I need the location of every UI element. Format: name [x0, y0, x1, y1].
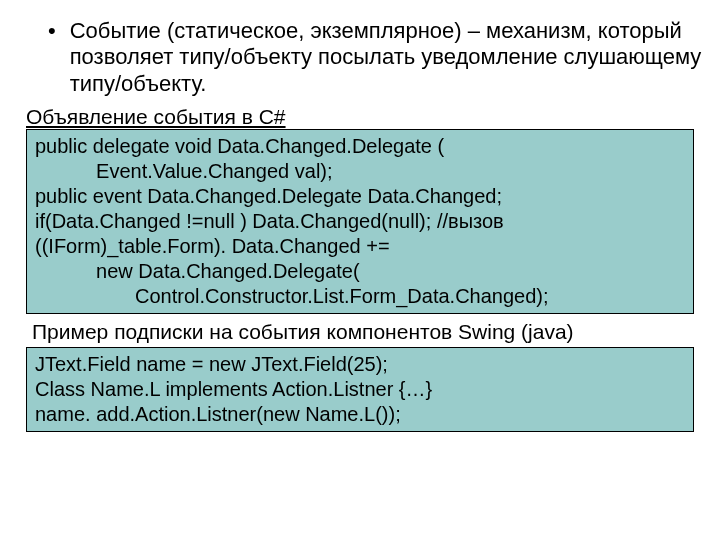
- swing-label: Пример подписки на события компонентов S…: [32, 320, 702, 344]
- code-line: name. add.Action.Listner(new Name.L());: [35, 402, 685, 427]
- bullet-text: Событие (статическое, экземплярное) – ме…: [70, 18, 702, 97]
- code-line: Class Name.L implements Action.Listner {…: [35, 377, 685, 402]
- code-line: public delegate void Data.Changed.Delega…: [35, 134, 685, 159]
- code-line: new Data.Changed.Delegate(: [35, 259, 685, 284]
- bullet-marker: •: [48, 18, 56, 44]
- code-line: if(Data.Changed !=null ) Data.Changed(nu…: [35, 209, 685, 234]
- code-line: Control.Constructor.List.Form_Data.Chang…: [35, 284, 685, 309]
- csharp-label: Объявление события в C#: [26, 105, 702, 129]
- slide: • Событие (статическое, экземплярное) – …: [0, 0, 720, 540]
- csharp-code-box: public delegate void Data.Changed.Delega…: [26, 129, 694, 314]
- swing-code-box: JText.Field name = new JText.Field(25); …: [26, 347, 694, 432]
- code-line: public event Data.Changed.Delegate Data.…: [35, 184, 685, 209]
- code-line: Event.Value.Changed val);: [35, 159, 685, 184]
- code-line: ((IForm)_table.Form). Data.Changed +=: [35, 234, 685, 259]
- bullet-item: • Событие (статическое, экземплярное) – …: [18, 18, 702, 97]
- code-line: JText.Field name = new JText.Field(25);: [35, 352, 685, 377]
